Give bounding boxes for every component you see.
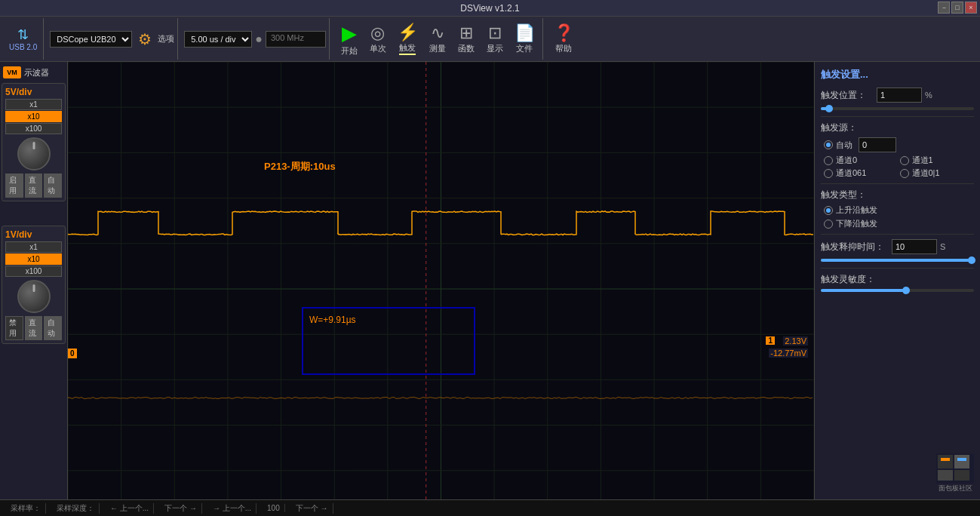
device-group: DSCope U2B20 ⚙ 选项 — [47, 18, 178, 60]
rise-radio-row: 上升沿触发 — [824, 204, 974, 216]
maximize-button[interactable]: □ — [951, 2, 963, 14]
pos-input[interactable] — [877, 88, 922, 103]
title-bar: DSView v1.2.1 － □ × — [0, 0, 980, 17]
channel-logo: VM — [3, 66, 21, 78]
ch2-scale-x100[interactable]: x100 — [5, 266, 62, 277]
ch0-1-radio[interactable] — [900, 169, 909, 178]
auto-value-input[interactable] — [859, 137, 896, 152]
main-area: VM 示波器 5V/div x1 x10 x100 启用 直流 自动 1V/di… — [0, 62, 980, 516]
ch0-61-radio-row: 通道061 — [824, 167, 899, 179]
usb-group: ⇅ USB 2.0 — [3, 18, 44, 60]
usb-icon: ⇅ — [17, 26, 29, 43]
timediv-group: 5.00 us / div ● 300 MHz — [181, 18, 330, 60]
status-prev2[interactable]: → 上一个... — [208, 503, 257, 514]
ch0-1-radio-row: 通道0|1 — [900, 167, 975, 179]
sensitivity-slider-track[interactable] — [821, 289, 974, 292]
ch2-widget: 1V/div x1 x10 x100 禁用 直流 自动 — [2, 226, 66, 344]
panel-title[interactable]: 触发设置... — [821, 68, 974, 81]
svg-rect-5 — [941, 458, 950, 461]
volt-label-213: 2.13V — [783, 336, 808, 346]
ch1-scale-x1[interactable]: x1 — [5, 99, 62, 110]
ch0-radio[interactable] — [824, 156, 833, 165]
circle-icon: ● — [255, 32, 263, 46]
single-label: 单次 — [370, 43, 386, 54]
ch2-knob[interactable] — [17, 280, 51, 313]
scope-name: 示波器 — [24, 67, 49, 78]
minimize-button[interactable]: － — [938, 2, 950, 14]
measure-button[interactable]: ∿ 测量 — [424, 22, 451, 56]
status-depth: 采样深度： — [52, 503, 100, 514]
auto-radio[interactable] — [824, 140, 833, 149]
ch1-auto-btn[interactable]: 自动 — [44, 174, 62, 198]
svg-rect-1 — [938, 455, 953, 468]
file-icon: 📄 — [515, 23, 535, 43]
scope-area[interactable]: 0µs +5.00µs +10.00µs +15.00µs +20.00µs +… — [68, 62, 814, 516]
holdoff-slider-thumb[interactable] — [968, 256, 975, 264]
ch1-scale-x100[interactable]: x100 — [5, 123, 62, 134]
holdoff-row: 触发释抑时间： S — [821, 239, 974, 254]
single-icon: ◎ — [370, 23, 385, 43]
ch0-61-radio[interactable] — [824, 169, 833, 178]
ch1-widget: 5V/div x1 x10 x100 启用 直流 自动 — [2, 83, 66, 201]
trigger-icon: ⚡ — [398, 23, 418, 42]
pos-slider-thumb[interactable] — [825, 105, 833, 112]
usb-indicator: ⇅ USB 2.0 — [6, 26, 40, 51]
holdoff-input[interactable] — [892, 239, 937, 254]
ch1-label: 通道1 — [912, 155, 933, 166]
pos-label: 触发位置： — [821, 89, 874, 102]
ch0-label: 通道0 — [836, 155, 857, 166]
ch2-ctrl-btns: 禁用 直流 自动 — [5, 316, 62, 340]
right-panel: 触发设置... 触发位置： % 触发源： 自动 通道0 — [814, 62, 980, 516]
help-icon: ❓ — [554, 23, 574, 43]
fall-radio[interactable] — [824, 220, 833, 229]
display-button[interactable]: ⊡ 显示 — [481, 22, 508, 56]
ch2-auto-btn[interactable]: 自动 — [44, 316, 62, 340]
holdoff-slider-track[interactable] — [821, 259, 974, 262]
ch2-dc-btn[interactable]: 直流 — [25, 316, 43, 340]
function-label: 函数 — [458, 43, 475, 54]
measure-label: 测量 — [429, 43, 446, 54]
display-label: 显示 — [487, 43, 503, 54]
auto-radio-row: 自动 — [824, 137, 974, 152]
device-selector[interactable]: DSCope U2B20 — [50, 31, 132, 48]
ch1-dc-btn[interactable]: 直流 — [25, 174, 43, 198]
pos-unit: % — [925, 91, 932, 100]
close-button[interactable]: × — [965, 2, 977, 14]
svg-rect-2 — [954, 455, 969, 468]
settings-icon[interactable]: ⚙ — [134, 29, 156, 50]
status-next[interactable]: 下一个 → — [160, 503, 202, 514]
ch2-scale-x1[interactable]: x1 — [5, 241, 62, 253]
waveform-canvas[interactable] — [68, 62, 814, 516]
start-label: 开始 — [341, 45, 358, 57]
freq-display: 300 MHz — [266, 31, 326, 48]
single-button[interactable]: ◎ 单次 — [364, 22, 392, 56]
ch2-disable-btn[interactable]: 禁用 — [5, 316, 23, 340]
sensitivity-slider-thumb[interactable] — [902, 287, 910, 294]
ch1-ctrl-btns: 启用 直流 自动 — [5, 174, 62, 198]
ch2-scale-x10[interactable]: x10 — [5, 253, 62, 265]
function-button[interactable]: ⊞ 函数 — [453, 22, 480, 56]
help-button[interactable]: ❓ 帮助 — [549, 22, 579, 56]
run-group: ▶ 开始 ◎ 单次 ⚡ 触发 ∿ 测量 ⊞ 函数 ⊡ 显示 📄 文件 — [333, 18, 543, 60]
file-label: 文件 — [516, 43, 533, 54]
usb-label: USB 2.0 — [9, 43, 37, 51]
ch1-vdiv: 5V/div — [5, 87, 62, 97]
ch0-1-label: 通道0|1 — [912, 167, 940, 179]
rise-radio[interactable] — [824, 206, 833, 215]
ch1-scale-x10[interactable]: x10 — [5, 111, 62, 122]
settings-label[interactable]: 选项 — [158, 33, 174, 45]
status-prev[interactable]: ← 上一个... — [106, 503, 154, 514]
holdoff-unit: S — [940, 242, 945, 251]
ch0-marker: 0 — [68, 349, 77, 358]
trigger-button[interactable]: ⚡ 触发 — [393, 21, 422, 57]
ch1-knob[interactable] — [17, 137, 51, 170]
status-next2[interactable]: 下一个 → — [291, 503, 333, 514]
sensitivity-label: 触发灵敏度： — [821, 273, 974, 286]
ch1-radio[interactable] — [900, 156, 909, 165]
start-button[interactable]: ▶ 开始 — [336, 20, 363, 58]
timediv-selector[interactable]: 5.00 us / div — [184, 31, 252, 48]
pos-slider-track[interactable] — [821, 107, 974, 110]
file-button[interactable]: 📄 文件 — [510, 22, 539, 56]
ch1-enable-btn[interactable]: 启用 — [5, 174, 23, 198]
status-count: 100 — [263, 504, 285, 512]
